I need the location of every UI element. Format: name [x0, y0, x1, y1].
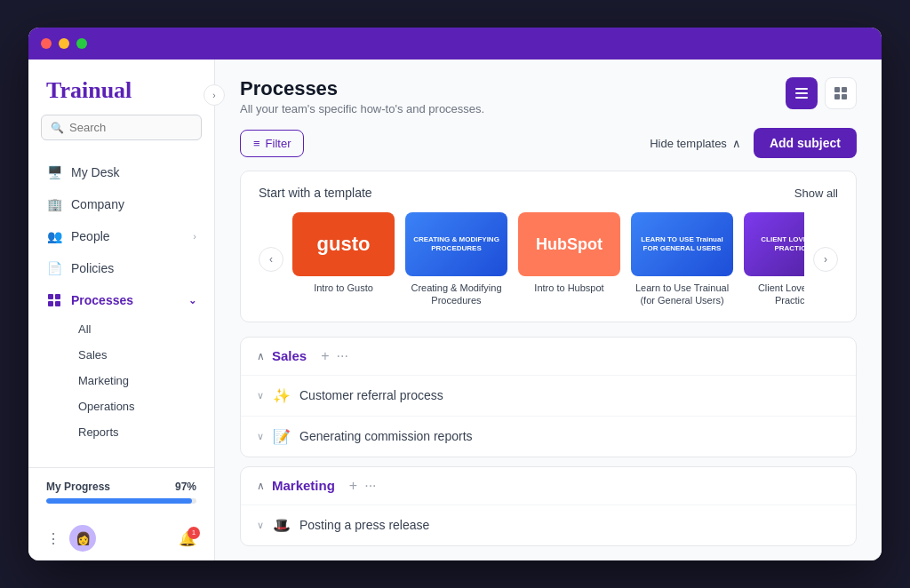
- sidebar-item-company-label: Company: [71, 197, 124, 211]
- row-commission[interactable]: ∨ 📝 Generating commission reports: [241, 417, 856, 457]
- sub-item-all[interactable]: All: [69, 316, 214, 342]
- template-thumb-clientlove: CLIENT LOVE BEST PRACTICES: [744, 212, 804, 276]
- sidebar-item-processes-label: Processes: [71, 293, 133, 307]
- template-thumb-trainual: LEARN TO USE Trainual FOR GENERAL USERS: [631, 212, 733, 276]
- add-subject-button[interactable]: Add subject: [754, 128, 857, 158]
- sidebar-footer: ⋮ 👩 🔔 1: [28, 516, 214, 560]
- section-sales-items: ∨ ✨ Customer referral process ∨ 📝 Genera…: [241, 375, 856, 457]
- template-thumb-gusto: gusto: [292, 212, 395, 276]
- processes-submenu: All Sales Marketing Operations Reports: [28, 316, 214, 445]
- show-all-btn[interactable]: Show all: [794, 187, 838, 200]
- sidebar-item-policies[interactable]: 📄 Policies: [28, 252, 214, 284]
- svg-rect-0: [48, 294, 53, 299]
- row-press[interactable]: ∨ 🎩 Posting a press release: [241, 505, 856, 545]
- section-marketing: ∧ Marketing + ··· ∨ 🎩 Posting a press re…: [240, 466, 857, 546]
- template-thumb-creating: CREATING & MODIFYING PROCEDURES: [405, 212, 507, 276]
- avatar[interactable]: 👩: [69, 525, 96, 552]
- sidebar-item-company[interactable]: 🏢 Company: [28, 188, 214, 220]
- main-content-area: Processes All your team's specific how-t…: [215, 60, 882, 560]
- fullscreen-dot[interactable]: [76, 38, 87, 49]
- section-sales-add-icon[interactable]: +: [321, 348, 329, 364]
- people-chevron-icon: ›: [193, 231, 196, 242]
- progress-bar-bg: [46, 498, 196, 504]
- sidebar-nav: 🖥️ My Desk 🏢 Company 👥 People › 📄 Polici…: [28, 153, 214, 467]
- sub-item-reports[interactable]: Reports: [69, 419, 214, 445]
- carousel-next-btn[interactable]: ›: [813, 247, 838, 272]
- hide-templates-btn[interactable]: Hide templates ∧: [650, 137, 741, 150]
- list-view-btn[interactable]: [786, 77, 818, 109]
- template-trainual[interactable]: LEARN TO USE Trainual FOR GENERAL USERS …: [631, 212, 733, 307]
- svg-rect-1: [55, 294, 60, 299]
- section-sales-dots-icon[interactable]: ···: [337, 348, 348, 364]
- bell-icon[interactable]: 🔔 1: [179, 530, 196, 547]
- row-referral[interactable]: ∨ ✨ Customer referral process: [241, 376, 856, 417]
- row-press-emoji: 🎩: [273, 517, 291, 534]
- template-creating[interactable]: CREATING & MODIFYING PROCEDURES Creating…: [405, 212, 507, 307]
- sidebar-item-mydesk-label: My Desk: [71, 165, 119, 179]
- row-commission-chevron-icon: ∨: [257, 431, 264, 442]
- svg-rect-6: [795, 97, 808, 99]
- template-label-trainual: Learn to Use Trainual (for General Users…: [631, 282, 733, 307]
- template-hubspot[interactable]: HubSpot Intro to Hubspot: [518, 212, 620, 307]
- header-actions: [786, 77, 857, 109]
- sidebar-item-policies-label: Policies: [71, 261, 114, 275]
- progress-bar-fill: [46, 498, 192, 504]
- section-marketing-header[interactable]: ∧ Marketing + ···: [241, 467, 856, 505]
- title-area: Processes All your team's specific how-t…: [240, 77, 484, 115]
- svg-rect-4: [795, 88, 808, 90]
- logo: Trainual: [28, 60, 214, 115]
- main-scrollable-content: Start with a template Show all ‹ gusto I…: [215, 171, 882, 560]
- sidebar-item-people[interactable]: 👥 People ›: [28, 220, 214, 252]
- search-box[interactable]: 🔍: [41, 115, 202, 140]
- hide-templates-chevron-icon: ∧: [732, 137, 741, 150]
- filter-icon: ≡: [253, 137, 260, 150]
- app-window: Trainual › 🔍 🖥️ My Desk 🏢 Company 👥 Peop…: [28, 28, 882, 560]
- progress-label: My Progress 97%: [46, 481, 196, 493]
- svg-rect-9: [834, 94, 840, 99]
- section-marketing-items: ∨ 🎩 Posting a press release: [241, 505, 856, 545]
- carousel-prev-btn[interactable]: ‹: [259, 247, 283, 272]
- sub-item-sales[interactable]: Sales: [69, 342, 214, 368]
- svg-rect-8: [842, 87, 847, 92]
- sidebar-collapse-btn[interactable]: ›: [204, 84, 225, 106]
- sub-item-operations[interactable]: Operations: [69, 393, 214, 419]
- grid-view-btn[interactable]: [825, 77, 857, 109]
- section-sales-header[interactable]: ∧ Sales + ···: [241, 338, 856, 375]
- sidebar-item-processes[interactable]: Processes ⌄: [28, 284, 214, 316]
- templates-card: Start with a template Show all ‹ gusto I…: [240, 171, 857, 322]
- close-dot[interactable]: [41, 38, 52, 49]
- footer-menu-icon[interactable]: ⋮: [46, 530, 60, 547]
- sub-item-marketing[interactable]: Marketing: [69, 368, 214, 393]
- template-clientlove[interactable]: CLIENT LOVE BEST PRACTICES Client Love: …: [744, 212, 804, 307]
- template-label-clientlove: Client Love: Best Practices: [744, 282, 804, 307]
- section-marketing-title: Marketing: [272, 478, 335, 493]
- row-referral-emoji: ✨: [273, 387, 291, 404]
- svg-rect-3: [55, 301, 60, 306]
- page-subtitle: All your team's specific how-to's and pr…: [240, 102, 484, 115]
- sidebar-item-mydesk[interactable]: 🖥️ My Desk: [28, 156, 214, 188]
- row-commission-title: Generating commission reports: [299, 429, 473, 443]
- svg-rect-2: [48, 301, 53, 306]
- template-clientlove-text: CLIENT LOVE BEST PRACTICES: [749, 235, 804, 252]
- templates-list: gusto Intro to Gusto CREATING & MODIFYIN…: [292, 212, 804, 307]
- template-gusto[interactable]: gusto Intro to Gusto: [292, 212, 395, 307]
- section-marketing-add-icon[interactable]: +: [349, 478, 357, 494]
- bell-badge: 1: [188, 527, 200, 539]
- section-sales: ∧ Sales + ··· ∨ ✨ Customer referral proc…: [240, 337, 857, 457]
- minimize-dot[interactable]: [59, 38, 69, 49]
- section-marketing-dots-icon[interactable]: ···: [364, 478, 376, 494]
- progress-value: 97%: [175, 481, 196, 493]
- search-input[interactable]: [69, 121, 192, 134]
- templates-carousel: ‹ gusto Intro to Gusto CREATING & MODIFY…: [259, 212, 838, 307]
- section-sales-title: Sales: [272, 348, 307, 363]
- template-creating-text: CREATING & MODIFYING PROCEDURES: [411, 235, 502, 252]
- svg-rect-10: [842, 94, 847, 99]
- people-icon: 👥: [46, 228, 62, 244]
- policies-icon: 📄: [46, 260, 62, 276]
- progress-text: My Progress: [46, 481, 110, 493]
- toolbar: ≡ Filter Hide templates ∧ Add subject: [215, 115, 882, 171]
- row-press-chevron-icon: ∨: [257, 520, 264, 531]
- page-title: Processes: [240, 77, 484, 100]
- filter-button[interactable]: ≡ Filter: [240, 130, 304, 157]
- template-thumb-hubspot: HubSpot: [518, 212, 620, 276]
